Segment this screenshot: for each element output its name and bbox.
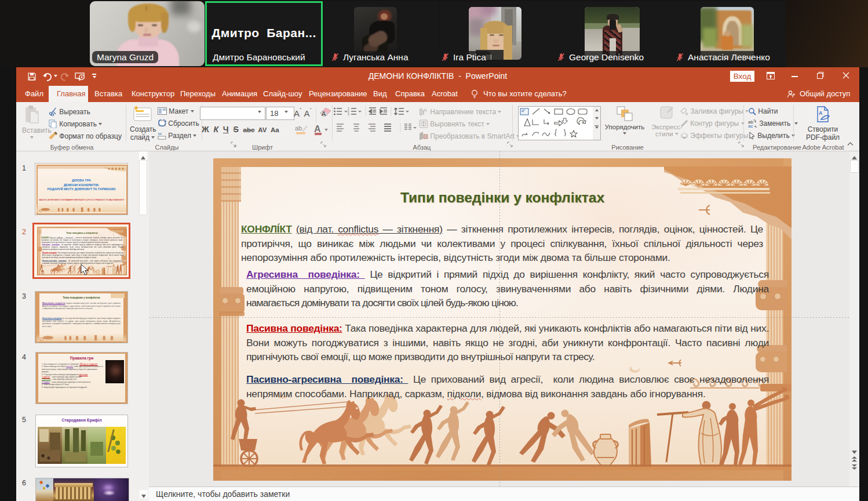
svg-text:A: A <box>322 110 326 117</box>
svg-text:3: 3 <box>348 112 349 116</box>
svg-text:ab: ab <box>295 125 302 132</box>
svg-text:ac: ac <box>748 124 753 128</box>
svg-text:A: A <box>424 107 427 113</box>
svg-text:A: A <box>819 110 823 116</box>
